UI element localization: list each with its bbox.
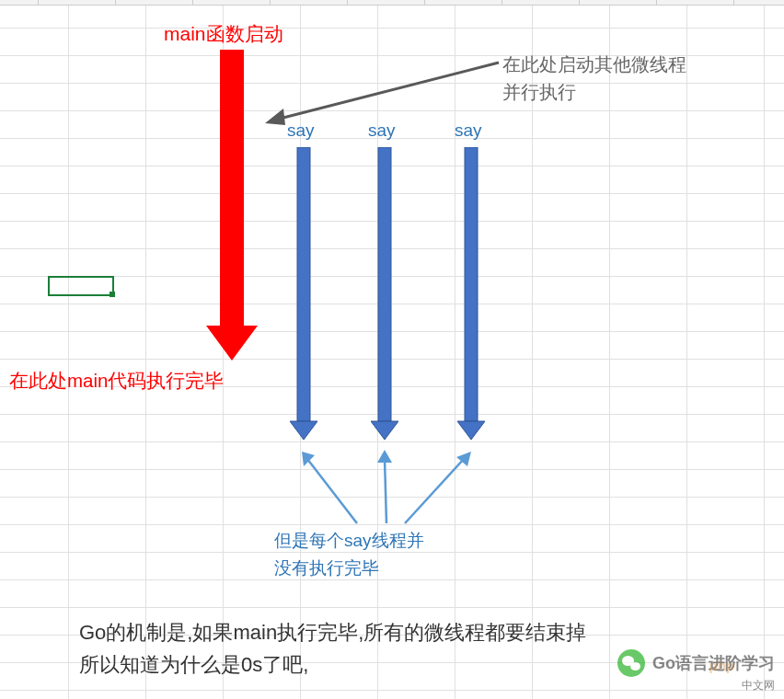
say-label-2: say [368,120,396,141]
dark-annotation: 在此处启动其他微线程 并行执行 [502,51,686,106]
watermark-sub: 中文网 [742,678,775,693]
dark-note-line2: 并行执行 [502,82,576,102]
main-done-label: 在此处main代码执行完毕 [9,368,224,394]
column-headers [0,0,784,6]
watermark: Go语言进阶学习 [617,649,775,677]
blue-annotation: 但是每个say线程并 没有执行完毕 [274,527,424,583]
bottom-explanation: Go的机制是,如果main执行完毕,所有的微线程都要结束掉 所以知道为什么是0s… [79,616,586,681]
watermark-php: php [709,658,735,673]
bottom-line1: Go的机制是,如果main执行完毕,所有的微线程都要结束掉 [79,621,586,644]
say-label-3: say [455,120,482,141]
blue-note-line2: 没有执行完毕 [274,558,379,578]
selected-cell[interactable] [48,276,114,296]
say-label-1: say [287,120,315,141]
wechat-icon [617,649,645,677]
main-title-label: main函数启动 [164,21,283,47]
bottom-line2: 所以知道为什么是0s了吧, [79,653,308,676]
dark-note-line1: 在此处启动其他微线程 [502,54,686,74]
blue-note-line1: 但是每个say线程并 [274,531,424,550]
